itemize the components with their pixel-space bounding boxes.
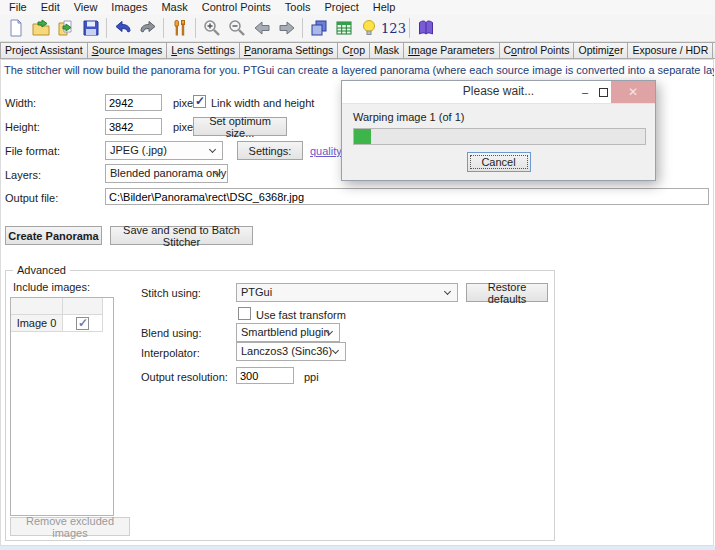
file-format-select[interactable]: JPEG (.jpg) [105,141,223,160]
menu-control-points[interactable]: Control Points [195,0,278,15]
list-header-cell [63,298,103,315]
tools-icon [170,18,190,38]
format-settings-button[interactable]: Settings: [237,141,303,160]
table-icon [334,18,354,38]
please-wait-dialog: Please wait... – ✕ Warping image 1 (of 1… [341,80,656,181]
tab-control-points[interactable]: Control Points [499,42,575,59]
list-header-row [11,298,113,315]
add-images-button[interactable] [53,16,78,40]
zoom-out-icon [227,18,247,38]
tab-crop[interactable]: Crop [337,42,370,59]
menu-edit[interactable]: Edit [34,0,67,15]
minimize-button[interactable]: – [577,81,593,103]
include-images-list[interactable]: Image 0 [10,297,114,516]
panorama-editor-button[interactable] [306,16,331,40]
menu-project[interactable]: Project [318,0,366,15]
zoom-out-button[interactable] [224,16,249,40]
open-folder-icon [31,18,51,38]
include-images-label: Include images: [13,281,90,293]
maximize-icon [599,88,608,97]
chevron-down-icon [444,288,451,295]
tab-exposure-hdr[interactable]: Exposure / HDR [627,42,713,59]
restore-defaults-button[interactable]: Restore defaults [466,283,548,302]
advanced-group: Advanced Include images: Image 0 Stitch … [5,270,555,541]
chevron-down-icon [209,146,216,153]
toolbar-separator [302,18,303,38]
width-input[interactable] [105,94,162,111]
tab-optimizer[interactable]: Optimizer [573,42,628,59]
layers-label: Layers: [5,169,41,181]
detail-table-button[interactable] [331,16,356,40]
zoom-in-button[interactable] [199,16,224,40]
image-include-checkbox[interactable] [76,317,89,330]
use-fast-transform-checkbox[interactable] [238,307,251,320]
redo-button[interactable] [135,16,160,40]
interpolator-label: Interpolator: [141,347,200,359]
next-image-button[interactable] [274,16,299,40]
menu-file[interactable]: File [2,0,34,15]
image-row-label: Image 0 [11,315,63,332]
interpolator-select[interactable]: Lanczos3 (Sinc36) [236,342,346,361]
cancel-button[interactable]: Cancel [467,152,531,172]
menu-help[interactable]: Help [366,0,403,15]
layers-select[interactable]: Blended panorama only [105,164,228,183]
blend-using-select[interactable]: Smartblend plugin [236,323,340,342]
link-width-height-label: Link width and height [211,97,314,109]
book-icon [416,18,436,38]
output-resolution-label: Output resolution: [141,371,228,383]
progress-status-text: Warping image 1 (of 1) [353,111,464,123]
tab-mask[interactable]: Mask [369,42,404,59]
menu-bar: File Edit View Images Mask Control Point… [0,0,715,15]
help-button[interactable] [413,16,438,40]
redo-icon [138,18,158,38]
ppi-label: ppi [304,371,319,383]
tab-panorama-settings[interactable]: Panorama Settings [239,42,338,59]
toolbar: 123 [0,15,715,42]
link-width-height-checkbox[interactable] [193,95,206,108]
tab-lens-settings[interactable]: Lens Settings [166,42,240,59]
image-row[interactable]: Image 0 [11,315,113,332]
layered-panels-icon [309,18,329,38]
toolbar-separator [163,18,164,38]
numeric-values-button[interactable]: 123 [381,16,406,40]
maximize-button[interactable] [595,81,611,103]
output-file-input[interactable] [105,188,709,205]
ptgui-window: File Edit View Images Mask Control Point… [0,0,715,550]
menu-images[interactable]: Images [104,0,154,15]
list-header-cell [11,298,63,315]
tools-button[interactable] [167,16,192,40]
width-label: Width: [5,97,36,109]
tab-image-parameters[interactable]: Image Parameters [403,42,499,59]
tab-source-images[interactable]: Source Images [87,42,168,59]
undo-button[interactable] [110,16,135,40]
output-resolution-input[interactable] [236,367,294,384]
window-bottom-edge [0,546,715,550]
dialog-title-bar[interactable]: Please wait... – ✕ [342,81,655,103]
chevron-down-icon [332,347,339,354]
previous-image-button[interactable] [249,16,274,40]
assistant-info-text: The stitcher will now build the panorama… [4,64,714,76]
arrow-left-icon [252,18,272,38]
new-project-button[interactable] [3,16,28,40]
save-batch-stitcher-button[interactable]: Save and send to Batch Stitcher [110,226,253,245]
menu-view[interactable]: View [67,0,105,15]
remove-excluded-images-button[interactable]: Remove excluded images [10,517,130,536]
counter-123: 123 [377,21,410,36]
menu-tools[interactable]: Tools [278,0,318,15]
save-icon [81,18,101,38]
dialog-body: Warping image 1 (of 1) Cancel [342,103,655,180]
advanced-group-label: Advanced [13,264,70,276]
tab-project-assistant[interactable]: Project Assistant [0,42,88,59]
create-panorama-button[interactable]: Create Panorama [5,226,102,245]
open-project-button[interactable] [28,16,53,40]
file-format-label: File format: [5,145,60,157]
close-button[interactable]: ✕ [611,81,655,103]
menu-mask[interactable]: Mask [154,0,194,15]
progress-bar-fill [354,129,371,144]
stitch-using-select[interactable]: PTGui [236,283,458,302]
set-optimum-size-button[interactable]: Set optimum size... [193,117,287,136]
output-file-label: Output file: [5,192,58,204]
height-input[interactable] [105,118,162,135]
zoom-in-icon [202,18,222,38]
save-project-button[interactable] [78,16,103,40]
